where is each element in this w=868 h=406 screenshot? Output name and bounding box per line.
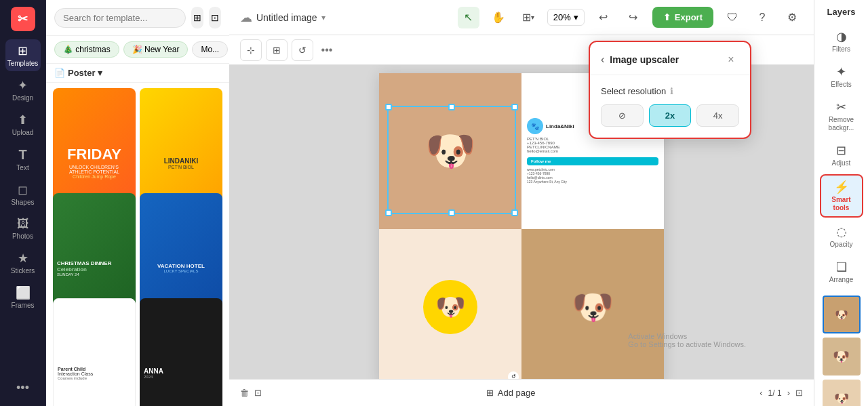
upscaler-close-button[interactable]: × <box>723 52 739 68</box>
export-button[interactable]: ⬆ Export <box>652 7 713 28</box>
zoom-value: 20% <box>553 12 571 22</box>
fit-page-button[interactable]: ⊡ <box>795 388 803 398</box>
resolution-none-option[interactable]: ⊘ <box>601 104 644 127</box>
zoom-control[interactable]: 20% ▾ <box>547 9 585 26</box>
arrange-tool[interactable]: ❑ Arrange <box>820 256 863 288</box>
upscaler-back-button[interactable]: ‹ <box>601 54 604 66</box>
frames-icon: ⬜ <box>16 285 31 300</box>
sidebar-item-label-design: Design <box>12 94 33 102</box>
template-card[interactable]: Parent Child Interaction Class Courses i… <box>53 298 136 406</box>
sidebar-item-design[interactable]: ✦ Design <box>5 74 41 106</box>
smart-tools-icon: ⚡ <box>834 180 849 195</box>
layer-item-2[interactable]: 🐶 <box>823 338 861 375</box>
adjust-label: Adjust <box>832 159 851 167</box>
settings-button[interactable]: ⚙ <box>781 7 803 28</box>
resolution-label: Select resolution ℹ <box>601 86 739 96</box>
design-icon: ✦ <box>18 78 28 93</box>
shield-button[interactable]: 🛡 <box>722 7 743 28</box>
help-button[interactable]: ? <box>751 7 773 28</box>
tag-more[interactable]: Mo... <box>192 41 228 58</box>
sidebar-item-text[interactable]: T Text <box>5 143 41 176</box>
arrange-icon: ❑ <box>836 260 847 275</box>
remove-bg-icon: ✂ <box>836 100 846 115</box>
template-card[interactable]: ANNA 2024 <box>140 298 222 406</box>
resolution-4x-option[interactable]: 4x <box>696 104 739 127</box>
sidebar-item-shapes[interactable]: ◻ Shapes <box>5 178 41 210</box>
more-tools-button[interactable]: ••• <box>317 41 336 60</box>
select-tool[interactable]: ⊹ <box>240 39 262 61</box>
topbar-title-section: ☁ Untitled image ▾ <box>240 10 326 25</box>
more-options-button[interactable]: ⊡ <box>254 388 262 398</box>
next-page-button[interactable]: › <box>787 388 790 398</box>
canvas-pug-top-left: 🐶 <box>379 73 521 229</box>
hand-tool-button[interactable]: ✋ <box>488 7 509 28</box>
shield-icon: 🛡 <box>727 12 738 24</box>
undo-button[interactable]: ↩ <box>593 7 614 28</box>
layers-section: 🐶 🐶 🐶 <box>814 293 868 406</box>
chevron-down-icon: ▾ <box>98 68 102 78</box>
sidebar-item-photos[interactable]: 🖼 Photos <box>5 213 41 244</box>
rotate-tool[interactable]: ↺ <box>292 39 313 61</box>
main-area: ☁ Untitled image ▾ ↖ ✋ ⊞ ▾ 20% ▾ ↩ ↪ ⬆ E… <box>229 0 814 406</box>
upscaler-body: Select resolution ℹ ⊘ 2x 4x <box>590 75 750 138</box>
rotate-icon: ↺ <box>298 45 307 56</box>
no-resolution-icon: ⊘ <box>618 110 626 121</box>
sidebar-item-frames[interactable]: ⬜ Frames <box>5 281 41 313</box>
sidebar-item-label-templates: Templates <box>7 60 39 67</box>
layer-item-1[interactable]: 🐶 <box>823 296 861 333</box>
smart-tools-tool[interactable]: ⚡ Smart tools <box>820 174 863 218</box>
filter-icon: ⊞ <box>193 12 201 23</box>
search-bar: ⊞ ⊡ <box>46 0 229 36</box>
fit-icon: ⊡ <box>795 388 803 398</box>
cloud-icon: ☁ <box>240 10 252 25</box>
effects-tool[interactable]: ✦ Effects <box>820 60 863 93</box>
upscaler-modal: ‹ Image upscaler × Select resolution ℹ ⊘… <box>589 41 751 139</box>
grid-button[interactable]: ⊡ <box>209 7 221 28</box>
add-page-icon: ⊞ <box>486 388 494 398</box>
add-page-button[interactable]: ⊞ Add page <box>486 388 536 398</box>
frame-chevron-icon: ▾ <box>531 14 534 21</box>
upscaler-title: ‹ Image upscaler <box>601 54 679 66</box>
cursor-icon: ↖ <box>464 11 473 24</box>
settings-icon: ⚙ <box>787 11 797 24</box>
tag-christmas[interactable]: 🎄 christmas <box>54 41 119 58</box>
resolution-2x-option[interactable]: 2x <box>649 104 692 127</box>
layers-header: Layers <box>814 7 868 17</box>
crop-tool[interactable]: ⊞ <box>266 39 288 61</box>
app-logo: ✂ <box>11 7 35 31</box>
cursor-tool-button[interactable]: ↖ <box>458 7 479 28</box>
stickers-icon: ★ <box>18 251 28 266</box>
prev-page-button[interactable]: ‹ <box>760 388 762 398</box>
sidebar-item-more[interactable]: ••• <box>5 377 41 399</box>
filters-icon: ◑ <box>836 29 847 44</box>
sidebar-item-stickers[interactable]: ★ Stickers <box>5 247 41 279</box>
search-input[interactable] <box>54 8 186 28</box>
tag-newyear[interactable]: 🎉 New Year <box>123 41 189 58</box>
templates-panel: ⊞ ⊡ 🎄 christmas 🎉 New Year Mo... 📄 Poste… <box>46 0 229 406</box>
filter-button[interactable]: ⊞ <box>191 7 203 28</box>
select-icon: ⊹ <box>247 45 255 56</box>
templates-grid: FRIDAY UNLOCK CHILDREN'SATHLETIC POTENTI… <box>46 83 229 406</box>
remove-bg-tool[interactable]: ✂ Remove backgr... <box>820 96 863 136</box>
trash-icon: 🗑 <box>240 388 249 398</box>
photos-icon: 🖼 <box>17 217 29 231</box>
undo-icon: ↩ <box>599 11 608 24</box>
redo-icon: ↪ <box>629 11 637 24</box>
opacity-tool[interactable]: ◌ Opacity <box>820 220 863 253</box>
delete-page-button[interactable]: 🗑 <box>240 388 249 398</box>
adjust-tool[interactable]: ⊟ Adjust <box>820 139 863 171</box>
layer-1-preview: 🐶 <box>835 308 848 321</box>
sidebar-item-label-shapes: Shapes <box>12 199 35 206</box>
sidebar-item-upload[interactable]: ⬆ Upload <box>5 108 41 140</box>
layer-item-3[interactable]: 🐶 <box>823 380 861 406</box>
redo-button[interactable]: ↪ <box>623 7 644 28</box>
frame-tool-button[interactable]: ⊞ ▾ <box>517 7 539 28</box>
text-icon: T <box>18 147 26 163</box>
category-label[interactable]: 📄 Poster ▾ <box>54 68 102 78</box>
sidebar-item-templates[interactable]: ⊞ Templates <box>5 39 41 71</box>
frame-icon: ⊞ <box>522 11 531 24</box>
newyear-icon: 🎉 <box>132 45 144 54</box>
filters-tool[interactable]: ◑ Filters <box>820 25 863 58</box>
crop-icon: ⊞ <box>273 45 281 56</box>
document-title: Untitled image <box>256 12 317 23</box>
